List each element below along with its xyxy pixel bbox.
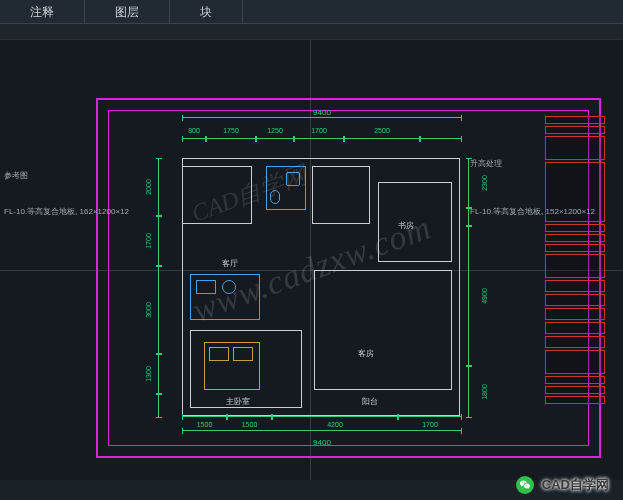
dimension-label: 9400	[182, 438, 462, 447]
dimension-label: 1700	[398, 421, 462, 428]
dimension-segment	[420, 138, 462, 144]
annotation-elev: 升高处理	[470, 158, 502, 169]
dimension-label: 2500	[344, 127, 420, 134]
dimension-segment: 1700	[294, 138, 344, 144]
room-label-master: 主卧室	[226, 396, 250, 407]
dimension-segment: 1700	[398, 416, 462, 422]
titleblock-cell	[545, 308, 605, 320]
dimension-segment: 4900	[468, 226, 474, 366]
ribbon-tab-annotate[interactable]: 注释	[0, 0, 85, 23]
titleblock-cell	[545, 116, 605, 124]
dimension-label: 1700	[145, 233, 152, 249]
dimension-line	[182, 430, 462, 436]
titleblock-cell	[545, 350, 605, 374]
dimension-segment: 3000	[158, 266, 164, 354]
titleblock-cell	[545, 322, 605, 334]
titleblock-cell	[545, 254, 605, 278]
dimension-segment: 1300	[158, 354, 164, 394]
dimension-segment: 2500	[344, 138, 420, 144]
dimension-segment: 1500	[182, 416, 227, 422]
ribbon-tabs: 注释 图层 块	[0, 0, 623, 24]
dimension-segment	[158, 394, 164, 418]
dimension-label: 3000	[145, 302, 152, 318]
fixture-toilet	[270, 190, 280, 204]
wall-study	[378, 182, 452, 262]
titleblock-project-cell	[545, 136, 605, 160]
dimension-segment: 1750	[206, 138, 256, 144]
dimension-label: 2300	[481, 175, 488, 191]
fixture-counter	[196, 280, 216, 294]
dimension-label: 1800	[481, 384, 488, 400]
titleblock-cell	[545, 126, 605, 134]
dimension-label: 2000	[145, 179, 152, 195]
dimension-bottom-overall: 9400	[182, 430, 462, 447]
dimension-segment: 1500	[227, 416, 272, 422]
ribbon-substrip	[0, 24, 623, 40]
titleblock-cell	[545, 280, 605, 292]
annotation-left-1: 参考图	[4, 170, 28, 181]
annotation-left-2: FL-10.等高复合地板, 162×1200×12	[4, 206, 129, 217]
furniture-bed	[204, 342, 260, 390]
floor-plan: 书房 客厅 客房 主卧室 阳台	[182, 158, 462, 428]
dimension-label: 1700	[294, 127, 344, 134]
dimension-label: 1750	[206, 127, 256, 134]
dimension-segment: 4200	[272, 416, 398, 422]
dimension-label: 1500	[227, 421, 272, 428]
wechat-icon	[516, 476, 534, 494]
wall-room-ul	[182, 166, 252, 224]
dimension-right-segments: 230049001800	[468, 158, 478, 418]
room-label-study: 书房	[398, 220, 414, 231]
dimension-label: 1250	[256, 127, 294, 134]
ribbon-tab-layers[interactable]: 图层	[85, 0, 170, 23]
dimension-bottom-segments: 1500150042001700	[182, 416, 462, 422]
furniture-pillow	[209, 347, 229, 361]
source-caption-text: CAD自学网	[542, 476, 609, 494]
dimension-segment: 1250	[256, 138, 294, 144]
titleblock-cell	[545, 336, 605, 348]
dimension-label: 9400	[182, 108, 462, 117]
titleblock-cell	[545, 396, 605, 404]
fixture-sink	[286, 172, 300, 186]
dimension-label: 1500	[182, 421, 227, 428]
dimension-left-segments: 2000170030001300	[158, 158, 168, 418]
source-caption: CAD自学网	[516, 476, 609, 494]
dimension-segment: 1700	[158, 216, 164, 266]
titleblock-cell	[545, 294, 605, 306]
wall-room-um	[312, 166, 370, 224]
wall-living	[314, 270, 452, 390]
titleblock-cell	[545, 224, 605, 232]
drawing-canvas[interactable]: 9400 8001750125017002500 200017003000130…	[0, 40, 623, 480]
furniture-pillow	[233, 347, 253, 361]
dimension-segment: 800	[182, 138, 206, 144]
titleblock-cell	[545, 386, 605, 394]
titleblock-cell	[545, 376, 605, 384]
dimension-segment: 2000	[158, 158, 164, 216]
room-label-balcony: 阳台	[362, 396, 378, 407]
dimension-label: 4200	[272, 421, 398, 428]
dimension-top-overall: 9400	[182, 122, 462, 123]
dimension-line	[182, 117, 462, 123]
dimension-label: 1300	[145, 366, 152, 382]
dimension-top-segments: 8001750125017002500	[182, 138, 462, 144]
titleblock-cell	[545, 244, 605, 252]
annotation-right: FL-10.等高复合地板, 152×1200×12	[470, 206, 595, 217]
room-label-living: 客厅	[222, 258, 238, 269]
ribbon-tab-more[interactable]	[243, 0, 623, 23]
dimension-label: 4900	[481, 288, 488, 304]
ribbon-tab-block[interactable]: 块	[170, 0, 243, 23]
dimension-segment: 1800	[468, 366, 474, 418]
dimension-label: 800	[182, 127, 206, 134]
title-block	[545, 116, 605, 436]
room-label-secondbed: 客房	[358, 348, 374, 359]
titleblock-cell	[545, 234, 605, 242]
fixture-stove	[222, 280, 236, 294]
